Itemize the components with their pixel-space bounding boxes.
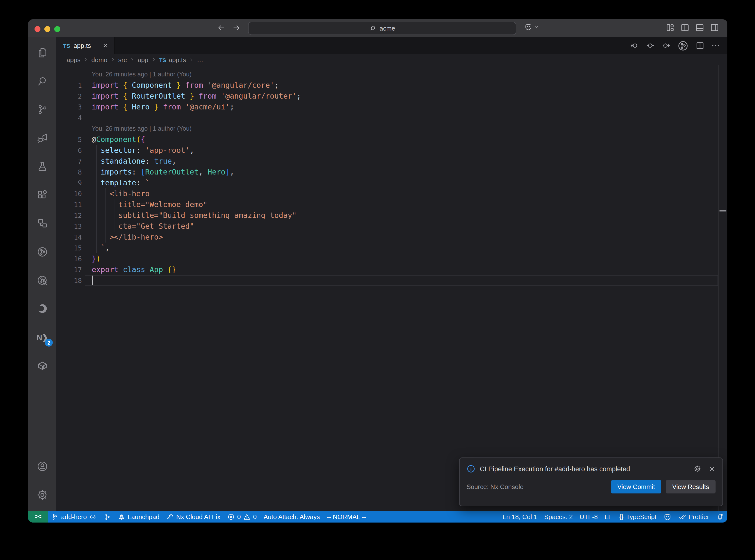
status-scm-graph[interactable] [100,511,114,522]
bell-dot-icon [716,513,724,521]
command-center-search[interactable]: acme [248,22,516,35]
toggle-secondary-sidebar-icon[interactable] [710,23,719,33]
status-indentation[interactable]: Spaces: 2 [541,511,576,522]
line-number: 14 [56,232,82,242]
extensions-icon [36,189,48,201]
rocket-icon [118,513,125,520]
activity-custom-views[interactable] [28,212,56,235]
status-auto-attach[interactable]: Auto Attach: Always [260,511,323,522]
breadcrumb-separator-icon [188,57,195,63]
line-number: 7 [56,156,82,167]
line-number: 9 [56,178,82,188]
check-double-icon [679,513,686,520]
activity-search[interactable] [28,70,56,93]
nx-graph-action-icon[interactable] [677,40,689,52]
breadcrumb-item[interactable]: app [138,56,148,63]
activity-containers[interactable] [28,354,56,377]
activity-accounts[interactable] [28,455,56,478]
activity-source-control[interactable] [28,98,56,121]
status-eol[interactable]: LF [601,511,615,522]
tab-app-ts[interactable]: TS app.ts [56,37,115,54]
notification-settings-icon[interactable] [693,465,701,473]
line-number: 18 [56,275,82,286]
previous-change-icon[interactable] [630,41,639,50]
typescript-file-icon: TS [159,57,166,63]
account-icon [36,460,48,472]
customize-layout-icon[interactable] [665,23,675,33]
line-number: 6 [56,145,82,156]
editor-group: TS app.ts appsdemosrcappTSapp.ts… [56,37,728,511]
split-editor-icon[interactable] [695,41,705,50]
code-editor[interactable]: You, 26 minutes ago | 1 author (You)1imp… [56,65,728,511]
line-number: 13 [56,221,82,232]
history-nav [217,23,241,33]
view-results-button[interactable]: View Results [666,480,716,494]
zoom-window-button[interactable] [54,26,60,32]
source-control-icon [36,104,48,116]
copilot-icon [524,23,533,31]
activity-manage-settings[interactable] [28,484,56,506]
debug-icon [36,132,48,144]
breadcrumb-item[interactable]: TSapp.ts [159,56,186,63]
close-window-button[interactable] [35,26,40,32]
line-number: 8 [56,167,82,178]
breadcrumb-item[interactable]: apps [66,56,80,63]
activity-extensions[interactable] [28,184,56,206]
status-launchpad[interactable]: Launchpad [114,511,163,522]
status-remote-indicator[interactable]: >< [28,511,48,522]
breadcrumb-separator-icon [83,57,89,63]
copilot-menu[interactable] [524,23,539,31]
files-icon [36,47,48,59]
status-problems[interactable]: 00 [224,511,260,522]
container-icon [36,360,48,372]
boxes-icon [36,217,48,229]
activity-console-swirl[interactable] [28,298,56,320]
overview-ruler[interactable] [718,65,728,511]
line-number: 17 [56,264,82,275]
activity-explorer[interactable] [28,41,56,64]
activity-run-and-debug[interactable] [28,127,56,149]
gear-icon [36,489,48,501]
line-number: 11 [56,199,82,210]
status-notifications-bell[interactable] [713,511,728,522]
activity-nx-graph-focus[interactable] [28,269,56,292]
window-controls [35,26,60,32]
status-nx-cloud-ai-fix[interactable]: Nx Cloud AI Fix [163,511,224,522]
status-formatter[interactable]: Prettier [675,511,713,522]
scm-graph-icon [103,513,111,520]
status-branch[interactable]: add-hero [48,511,100,522]
breadcrumb-separator-icon [129,57,135,63]
status-encoding[interactable]: UTF-8 [576,511,601,522]
beaker-icon [36,161,48,173]
editor-actions [630,37,720,54]
breadcrumb-separator-icon [151,57,157,63]
breadcrumb-item[interactable]: demo [91,56,107,63]
activity-testing[interactable] [28,155,56,178]
breadcrumb-item[interactable]: src [118,56,127,63]
search-text: acme [379,25,395,32]
breadcrumb: appsdemosrcappTSapp.ts… [56,54,728,65]
notification-source: Source: Nx Console [466,483,611,491]
more-actions-icon[interactable] [711,41,720,50]
toggle-primary-sidebar-icon[interactable] [680,23,690,33]
status-cursor-position[interactable]: Ln 18, Col 1 [499,511,541,522]
status-bar: ><add-heroLaunchpadNx Cloud AI Fix00Auto… [28,511,728,522]
minimize-window-button[interactable] [44,26,50,32]
text-cursor [92,276,93,285]
close-tab-icon[interactable] [102,42,109,49]
remote-icon: >< [35,513,41,520]
status-copilot-status[interactable] [660,511,675,522]
titlebar: acme [28,19,728,37]
history-forward-icon[interactable] [232,23,241,33]
next-change-icon[interactable] [661,41,671,50]
breadcrumb-item[interactable]: … [197,56,203,63]
status-vim-mode[interactable]: -- NORMAL -- [323,511,369,522]
view-commit-button[interactable]: View Commit [611,480,661,494]
notification-close-icon[interactable] [708,465,716,473]
activity-nx-console[interactable]: N❯2 [28,326,56,348]
change-indicator-icon[interactable] [645,41,655,50]
toggle-panel-icon[interactable] [695,23,705,33]
activity-nx-project-graph[interactable] [28,241,56,263]
status-language-mode[interactable]: {}TypeScript [616,511,660,522]
history-back-icon[interactable] [217,23,226,33]
